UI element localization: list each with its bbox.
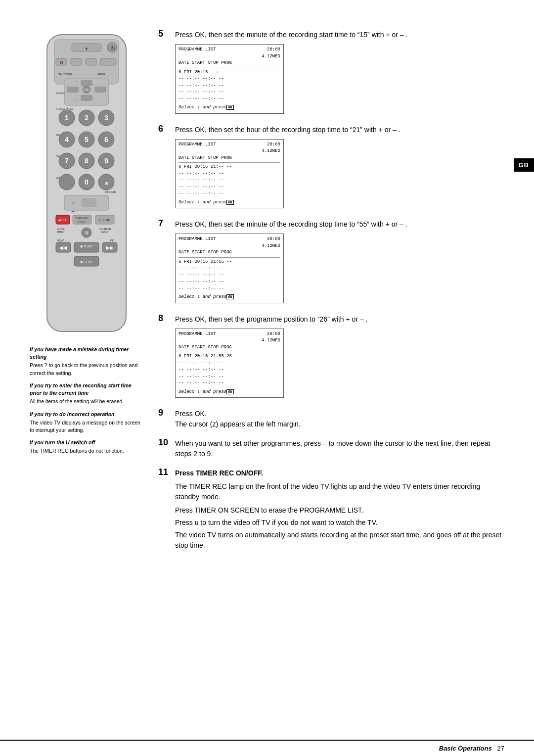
step-9-main: Press OK.: [175, 409, 504, 419]
step-7: 7 Press OK, then set the minute of the r…: [158, 219, 504, 305]
main-content: ▲ ⏻ 🔇 ON TIMER MENU: [30, 30, 504, 707]
prog-title-7: PROGRAMME LIST: [178, 236, 216, 243]
step-11-line-3: The video TV turns on automatically and …: [175, 530, 504, 551]
svg-rect-8: [71, 58, 82, 65]
prog-row-6-0: 6 FRI 20:15 21:-- --: [178, 164, 280, 171]
step-11-main: Press TIMER REC ON/OFF.: [175, 468, 504, 478]
svg-rect-14: [81, 80, 92, 86]
notes-section: If you have made a mistake during timer …: [30, 346, 143, 460]
note-body-1: Press ? to go back to the previous posit…: [30, 362, 143, 377]
svg-text:⏸: ⏸: [84, 230, 89, 236]
svg-text:8: 8: [85, 157, 89, 165]
svg-text:⊞: ⊞: [105, 181, 108, 186]
prog-list-6: PROGRAMME LIST 20:00 4.12WED DATE START …: [175, 139, 284, 209]
step-11-line-0: The TIMER REC lamp on the front of the v…: [175, 481, 504, 502]
prog-cols-5: DATE START STOP PROG: [178, 60, 280, 68]
svg-rect-17: [94, 87, 106, 93]
svg-text:–: –: [84, 202, 86, 205]
prog-row-7-0: 6 FRI 20:15 21:55 --: [178, 259, 280, 266]
step-5-content: Press OK, then set the minute of the rec…: [175, 30, 504, 116]
svg-text:MENU: MENU: [97, 73, 106, 76]
svg-text:●REC: ●REC: [58, 218, 67, 222]
svg-text:TIMER: TIMER: [57, 231, 65, 234]
svg-text:▶▶: ▶▶: [106, 245, 114, 250]
svg-text:3: 3: [104, 114, 108, 122]
svg-text:OK: OK: [84, 88, 89, 92]
prog-title-6: PROGRAMME LIST: [178, 142, 216, 148]
step-11-number: 11: [158, 467, 169, 477]
step-11-content: Press TIMER REC ON/OFF. The TIMER REC la…: [175, 468, 504, 551]
svg-text:■ STOP: ■ STOP: [80, 260, 92, 264]
note-heading-4: If you turn the U switch off: [30, 439, 143, 446]
step-8-content: Press OK, then set the programme positio…: [175, 314, 504, 400]
step-5: 5 Press OK, then set the minute of the r…: [158, 30, 504, 116]
svg-text:–: –: [76, 97, 78, 102]
step-10: 10 When you want to set other programmes…: [158, 438, 504, 459]
prog-row-7-4: -- --:-- --:-- --: [178, 285, 280, 292]
step-7-content: Press OK, then set the minute of the rec…: [175, 219, 504, 305]
note-heading-1: If you have made a mistake during timer …: [30, 346, 143, 361]
step-10-number: 10: [158, 437, 169, 448]
step-9: 9 Press OK. The cursor (z) appears at th…: [158, 409, 504, 429]
step-10-content: When you want to set other programmes, p…: [175, 438, 504, 459]
svg-rect-10: [100, 58, 116, 65]
svg-text:1: 1: [65, 114, 69, 122]
svg-text:5: 5: [85, 136, 89, 143]
note-item-2: If you try to enter the recording start …: [30, 382, 143, 406]
prog-list-5: PROGRAMME LIST 20:00 4.12WED DATE START …: [175, 44, 284, 114]
step-11-line-2: Press u to turn the video off TV if you …: [175, 518, 504, 528]
step-5-text: Press OK, then set the minute of the rec…: [175, 30, 504, 40]
note-body-4: The TIMER REC buttons do not fonction.: [30, 447, 143, 455]
prog-time-7: 20:00: [267, 236, 280, 243]
prog-select-5: Select ↕ and pressOK: [178, 104, 280, 111]
svg-text:REW: REW: [57, 239, 64, 242]
prog-row-6-2: -- --:-- --:-- --: [178, 177, 280, 184]
prog-time-8: 20:00: [267, 331, 280, 338]
note-item-4: If you turn the U switch off The TIMER R…: [30, 439, 143, 455]
step-6-number: 6: [158, 124, 169, 134]
prog-row-5-3: -- --:-- --:-- --: [178, 89, 280, 96]
right-column: 5 Press OK, then set the minute of the r…: [158, 30, 504, 707]
svg-text:▶ PLAY: ▶ PLAY: [81, 244, 93, 248]
bottom-label: Basic Operations: [439, 745, 492, 752]
svg-text:6: 6: [104, 136, 108, 143]
svg-text:CLEAR: CLEAR: [99, 218, 110, 222]
step-5-number: 5: [158, 29, 169, 39]
note-item-3: If you try to do incorrect operation The…: [30, 411, 143, 434]
prog-row-5-1: -- --:-- --:-- --: [178, 76, 280, 83]
prog-select-7: Select ↕ and pressOK: [178, 294, 280, 301]
svg-point-45: [59, 174, 75, 190]
svg-text:7: 7: [65, 157, 69, 165]
svg-text:🔇: 🔇: [60, 61, 64, 65]
svg-text:9: 9: [104, 157, 108, 165]
note-heading-2: If you try to enter the recording start …: [30, 382, 143, 397]
prog-cols-7: DATE START STOP PROG: [178, 249, 280, 258]
svg-text:ON TIMER: ON TIMER: [58, 73, 73, 76]
step-6-content: Press OK, then set the hour of the recor…: [175, 125, 504, 211]
svg-text:PROGR: PROGR: [105, 190, 117, 193]
bottom-bar: Basic Operations 27: [0, 740, 534, 756]
svg-text:FF: FF: [110, 239, 114, 242]
prog-dateline-7: 4.12WED: [178, 243, 280, 250]
step-8-text: Press OK, then set the programme positio…: [175, 314, 504, 325]
note-body-2: All the items of the setting will be era…: [30, 398, 143, 405]
prog-row-7-2: -- --:-- --:-- --: [178, 272, 280, 279]
prog-select-6: Select ↕ and pressOK: [178, 199, 280, 206]
prog-cols-6: DATE START STOP PROG: [178, 155, 280, 163]
prog-row-5-4: -- --:-- --:-- --: [178, 96, 280, 103]
step-7-number: 7: [158, 218, 169, 229]
remote-control: ▲ ⏻ 🔇 ON TIMER MENU: [37, 30, 136, 338]
bottom-page: 27: [497, 745, 504, 752]
prog-row-7-1: -- --:-- --:-- --: [178, 265, 280, 272]
prog-row-6-3: -- --:-- --:-- --: [178, 184, 280, 191]
svg-text:·: ·: [97, 201, 98, 206]
note-heading-3: If you try to do incorrect operation: [30, 411, 143, 418]
svg-text:2: 2: [85, 114, 89, 122]
prog-dateline-8: 4.12WED: [178, 337, 280, 344]
prog-row-8-3: -- --:-- --:-- --: [178, 374, 280, 380]
svg-text:–: –: [72, 208, 75, 214]
prog-row-8-2: -- --:-- --:-- --: [178, 367, 280, 374]
svg-text:4: 4: [65, 136, 69, 143]
svg-text:⏻: ⏻: [110, 46, 115, 50]
gb-tab: GB: [514, 158, 534, 172]
